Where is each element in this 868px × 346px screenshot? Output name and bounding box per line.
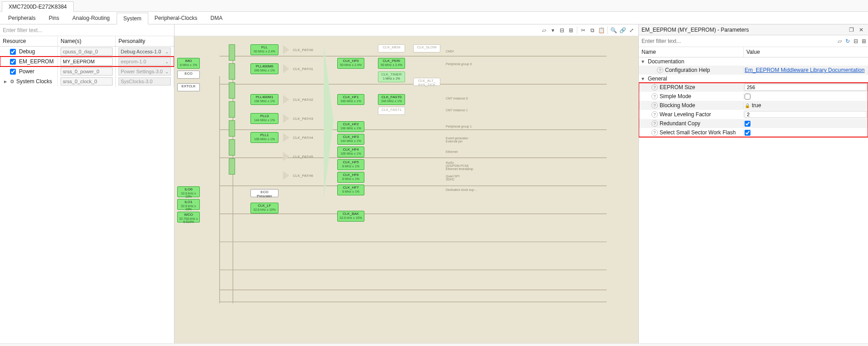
search-icon[interactable]: 🔍 <box>609 26 618 34</box>
clock-block-clk-fast1[interactable]: CLK_FAST1 <box>378 107 405 115</box>
clock-block-clk-slow[interactable]: CLK_SLOW <box>413 44 440 52</box>
clock-block-pll1[interactable]: PLL1100 MHz ± 1% <box>250 132 278 143</box>
clock-diagram[interactable]: IMO8 MHz ± 1%ECOEXTCLKILO032.8 kHz ± 10%… <box>175 36 638 343</box>
param-input-wear-leveling-factor[interactable] <box>745 111 867 118</box>
clock-block-pll0[interactable]: PLL0144 MHz ± 1% <box>250 113 278 124</box>
personality-select[interactable]: eeprom-1.0⌄ <box>118 57 171 66</box>
help-icon[interactable]: ? <box>651 84 658 90</box>
device-tab[interactable]: XMC7200D-E272K8384 <box>2 1 74 12</box>
resource-row-debug[interactable]: DebugDebug Access-1.0⌄ <box>0 47 174 57</box>
clock-block-eco-prescaler[interactable]: ECO Prescaler <box>250 189 278 197</box>
path-mux-3[interactable] <box>229 101 235 118</box>
resource-name-input[interactable] <box>61 47 113 56</box>
hf-mux-icon[interactable] <box>324 44 334 198</box>
clock-block-ilo1[interactable]: ILO132.8 kHz ± 10% <box>177 199 200 210</box>
expand-all-icon[interactable]: ⊞ <box>567 26 575 34</box>
param-group-documentation[interactable]: ▾Documentation <box>639 57 868 66</box>
path-mux-0[interactable] <box>229 44 235 61</box>
help-icon[interactable]: ? <box>651 129 658 136</box>
path-mux-6[interactable] <box>229 158 235 175</box>
filter-icon[interactable]: ▾ <box>549 26 557 34</box>
fit-icon[interactable]: ⤢ <box>627 26 636 34</box>
clear-filter-icon[interactable]: ▱ <box>540 26 548 34</box>
resource-enable-checkbox[interactable] <box>10 49 16 55</box>
tab-dma[interactable]: DMA <box>204 13 230 24</box>
personality-select[interactable]: Debug Access-1.0⌄ <box>118 47 171 56</box>
param-input-eeprom-size[interactable] <box>745 84 867 91</box>
resource-enable-checkbox[interactable] <box>10 69 16 75</box>
param-column-value[interactable]: Value <box>744 47 868 57</box>
param-checkbox-select-small-sector-work-flash[interactable] <box>745 130 750 136</box>
float-icon[interactable]: ❐ <box>847 26 855 34</box>
clock-block-clk-hf3[interactable]: CLK_HF3144 MHz ± 1% <box>337 134 364 145</box>
clock-block-pll400m0[interactable]: PLL400M0340 MHz ± 1% <box>250 63 278 74</box>
resource-name-input[interactable] <box>61 77 113 85</box>
clock-block-clk-fast0[interactable]: CLK_FAST0340 MHz ± 1% <box>378 94 405 105</box>
parameters-filter-input[interactable] <box>639 36 835 46</box>
clock-block-clk-hf5[interactable]: CLK_HF58 MHz ± 1% <box>337 159 364 170</box>
help-icon[interactable]: ? <box>651 120 658 127</box>
copy-icon[interactable]: ⧉ <box>588 26 596 34</box>
clock-block-clk-timer[interactable]: CLK_TIMER1 MHz ± 1% <box>378 71 405 82</box>
param-group-general[interactable]: ▾General <box>639 75 868 83</box>
column-header-personality[interactable]: Personality <box>116 36 174 46</box>
tab-pins[interactable]: Pins <box>42 13 66 24</box>
path-mux-4[interactable] <box>229 120 235 137</box>
clock-block-clk-hf1[interactable]: CLK_HF1340 MHz ± 1% <box>337 94 364 105</box>
path-mux-2[interactable] <box>229 82 235 99</box>
resource-name-input[interactable] <box>61 67 113 76</box>
clock-block-eco[interactable]: ECO <box>177 71 200 79</box>
path-mux-1[interactable] <box>229 63 235 80</box>
clock-block-clk-hf0[interactable]: CLK_HF050 MHz ± 2.4% <box>337 58 364 69</box>
personality-select[interactable]: SysClocks-3.0 <box>118 77 171 85</box>
tab-peripherals[interactable]: Peripherals <box>2 13 42 24</box>
collapse-all-icon[interactable]: ⊟ <box>852 37 860 45</box>
reset-icon[interactable]: ↻ <box>844 37 852 45</box>
clock-block-clk-hf2[interactable]: CLK_HF2196 MHz ± 1% <box>337 121 364 132</box>
clock-block-ilo0[interactable]: ILO032.8 kHz ± 10% <box>177 186 200 197</box>
help-icon[interactable]: ? <box>651 111 658 118</box>
resource-filter-input[interactable] <box>0 25 174 35</box>
help-icon[interactable]: ? <box>651 93 658 100</box>
resource-row-power[interactable]: PowerPower Settings-3.0⌄ <box>0 66 174 76</box>
clock-block-clk-alt-sys-tick[interactable]: CLK_ALT_ SYS_TICK <box>413 78 440 86</box>
param-name: Select Small Sector Work Flash <box>660 129 736 136</box>
column-header-resource[interactable]: Resource <box>0 36 58 46</box>
param-checkbox-simple-mode[interactable] <box>745 94 750 100</box>
help-icon[interactable]: ? <box>651 102 658 109</box>
clock-block-clk-hf4[interactable]: CLK_HF4100 MHz ± 1% <box>337 147 364 157</box>
clock-block-clk-bak[interactable]: CLK_BAK32.8 kHz ± 10% <box>337 211 364 222</box>
clock-block-clk-peri[interactable]: CLK_PERI50 MHz ± 2.4% <box>378 58 405 69</box>
resource-name-input[interactable] <box>61 57 113 66</box>
tab-analog-routing[interactable]: Analog-Routing <box>66 13 117 24</box>
clock-block-clk-mem[interactable]: CLK_MEM <box>378 44 405 52</box>
path-mux-5[interactable] <box>229 139 235 156</box>
clock-block-imo[interactable]: IMO8 MHz ± 1% <box>177 58 200 69</box>
clock-block-fll[interactable]: FLL50 MHz ± 2.4% <box>250 44 278 55</box>
clock-block-extclk[interactable]: EXTCLK <box>177 83 200 91</box>
link-icon[interactable]: 🔗 <box>618 26 627 34</box>
resource-enable-checkbox[interactable] <box>10 59 16 65</box>
paste-icon[interactable]: 📋 <box>597 26 605 34</box>
tab-system[interactable]: System <box>117 13 148 24</box>
clock-block-clk-hf6[interactable]: CLK_HF68 MHz ± 1% <box>337 172 364 183</box>
column-header-name[interactable]: Name(s) <box>58 36 116 46</box>
clear-filter-icon[interactable]: ▱ <box>835 37 844 45</box>
tab-peripheral-clocks[interactable]: Peripheral-Clocks <box>148 13 204 24</box>
expand-icon[interactable]: ▸ <box>3 78 8 85</box>
param-checkbox-redundant-copy[interactable] <box>745 121 750 127</box>
resource-row-em-eeprom[interactable]: EM_EEPROMeeprom-1.0⌄ <box>0 57 174 66</box>
clock-block-pll400m1[interactable]: PLL400M1196 MHz ± 1% <box>250 94 278 105</box>
clock-block-clk-lf[interactable]: CLK_LF32.8 kHz ± 10% <box>250 203 278 213</box>
clock-block-clk-hf7[interactable]: CLK_HF78 MHz ± 1% <box>337 185 364 195</box>
param-column-name[interactable]: Name <box>639 47 744 57</box>
clock-block-wco[interactable]: WCO32.768 kHz ± 0.015% <box>177 212 200 223</box>
cut-icon[interactable]: ✂ <box>579 26 587 34</box>
personality-select[interactable]: Power Settings-3.0⌄ <box>118 67 171 76</box>
doc-link[interactable]: Em_EEPROM Middleware Library Documentati… <box>745 67 864 73</box>
close-icon[interactable]: ✕ <box>857 26 865 34</box>
resource-row-system-clocks[interactable]: ▸⚙System ClocksSysClocks-3.0 <box>0 76 174 86</box>
collapse-all-icon[interactable]: ⊟ <box>558 26 566 34</box>
help-icon[interactable]: ? <box>657 67 663 73</box>
expand-all-icon[interactable]: ⊞ <box>860 37 868 45</box>
